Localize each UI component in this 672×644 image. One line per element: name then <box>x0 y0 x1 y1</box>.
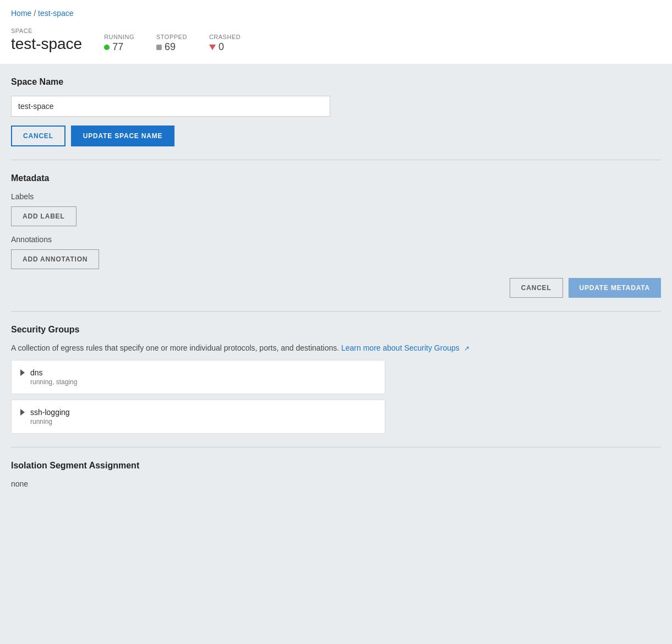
top-nav: Home / test-space <box>0 0 672 22</box>
sg-ssh-name: ssh-logging <box>30 408 70 417</box>
divider-2 <box>11 311 661 312</box>
stopped-icon <box>156 45 162 50</box>
space-header: SPACE test-space RUNNING 77 STOPPED 69 C… <box>0 22 672 64</box>
cancel-space-name-button[interactable]: CANCEL <box>11 125 65 146</box>
crashed-count: 0 <box>218 41 224 53</box>
main-content: Space Name CANCEL UPDATE SPACE NAME Meta… <box>0 64 672 644</box>
sg-card-dns-header: dns <box>20 368 376 377</box>
breadcrumb-separator: / <box>34 9 38 18</box>
metadata-section-title: Metadata <box>11 173 661 183</box>
add-annotation-btn-container: ADD ANNOTATION <box>11 249 661 269</box>
space-label: SPACE <box>11 28 82 34</box>
stat-running-value: 77 <box>104 41 123 53</box>
breadcrumb: Home / test-space <box>11 9 661 18</box>
annotations-label: Annotations <box>11 235 661 244</box>
chevron-right-icon-2 <box>20 409 25 416</box>
space-name-input[interactable] <box>11 96 330 117</box>
running-count: 77 <box>112 41 123 53</box>
sg-ssh-subtext: running <box>30 418 376 425</box>
running-icon <box>104 45 110 50</box>
add-label-button[interactable]: ADD LABEL <box>11 206 77 226</box>
learn-more-link[interactable]: Learn more about Security Groups ↗ <box>341 343 469 352</box>
update-metadata-button[interactable]: UPDATE METADATA <box>569 278 661 298</box>
isolation-segment-section: Isolation Segment Assignment none <box>11 461 661 488</box>
sg-card-dns[interactable]: dns running, staging <box>11 360 385 394</box>
stat-stopped: STOPPED 69 <box>156 34 187 53</box>
sg-dns-name: dns <box>30 368 43 377</box>
breadcrumb-current[interactable]: test-space <box>38 9 74 18</box>
external-link-icon: ↗ <box>464 345 469 352</box>
metadata-action-row: CANCEL UPDATE METADATA <box>11 278 661 298</box>
add-label-btn-container: ADD LABEL <box>11 206 661 226</box>
divider-1 <box>11 160 661 160</box>
space-name-block: SPACE test-space <box>11 28 82 53</box>
cancel-metadata-button[interactable]: CANCEL <box>510 278 563 298</box>
stat-running: RUNNING 77 <box>104 34 134 53</box>
space-name-display: test-space <box>11 35 82 53</box>
space-name-btn-row: CANCEL UPDATE SPACE NAME <box>11 125 661 146</box>
metadata-section: Metadata Labels ADD LABEL Annotations AD… <box>11 173 661 298</box>
stat-crashed-label: CRASHED <box>209 34 241 40</box>
sg-card-ssh-header: ssh-logging <box>20 408 376 417</box>
stat-crashed-value: 0 <box>209 41 224 53</box>
isolation-segment-value: none <box>11 479 661 488</box>
stat-crashed: CRASHED 0 <box>209 34 241 53</box>
crashed-icon <box>209 45 216 50</box>
breadcrumb-home[interactable]: Home <box>11 9 31 18</box>
update-space-name-button[interactable]: UPDATE SPACE NAME <box>71 125 175 146</box>
space-name-section-title: Space Name <box>11 77 661 87</box>
sg-card-ssh-logging[interactable]: ssh-logging running <box>11 400 385 434</box>
isolation-segment-title: Isolation Segment Assignment <box>11 461 661 471</box>
security-groups-section: Security Groups A collection of egress r… <box>11 325 661 434</box>
stat-stopped-label: STOPPED <box>156 34 187 40</box>
stopped-count: 69 <box>165 41 176 53</box>
stat-running-label: RUNNING <box>104 34 134 40</box>
space-name-section: Space Name CANCEL UPDATE SPACE NAME <box>11 77 661 146</box>
chevron-right-icon <box>20 369 25 376</box>
labels-label: Labels <box>11 192 661 201</box>
security-groups-title: Security Groups <box>11 325 661 335</box>
divider-3 <box>11 447 661 447</box>
stat-stopped-value: 69 <box>156 41 176 53</box>
add-annotation-button[interactable]: ADD ANNOTATION <box>11 249 99 269</box>
security-groups-desc: A collection of egress rules that specif… <box>11 343 661 352</box>
sg-dns-subtext: running, staging <box>30 378 376 386</box>
